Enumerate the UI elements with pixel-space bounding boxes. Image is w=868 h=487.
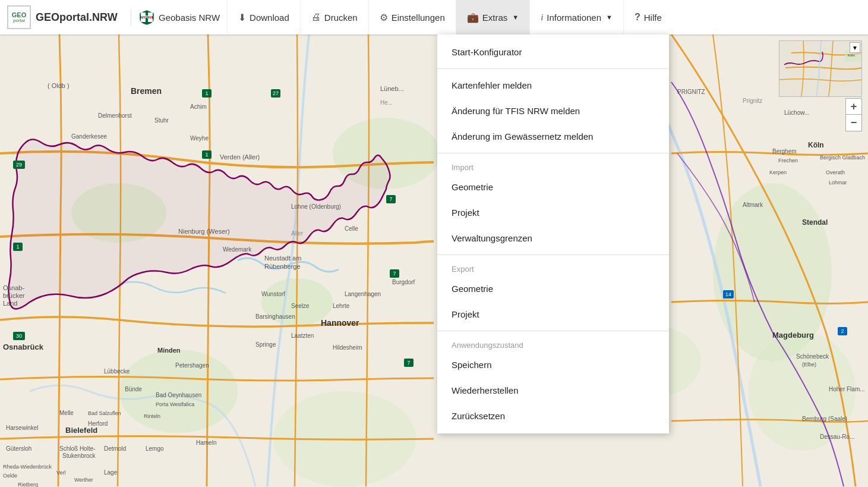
svg-text:Nienburg (Weser): Nienburg (Weser) [178,228,230,235]
menu-kartenfehler[interactable]: Kartenfehler melden [437,73,669,98]
svg-text:Stuhr: Stuhr [154,117,169,124]
svg-text:Land: Land [3,300,17,307]
logo-area: GEO portal GEOportal.NRW [0,5,131,29]
nav-extras-label: Extras [482,12,508,23]
logo-portal-text: portal [13,18,25,23]
main-nav: ⬇ Download 🖨 Drucken ⚙ Einstellungen 💼 E… [227,0,868,34]
svg-text:27: 27 [273,90,279,96]
svg-text:Hildesheim: Hildesheim [333,344,362,351]
svg-text:Bad Salzuflen: Bad Salzuflen [88,410,121,416]
svg-text:Wedemark: Wedemark [223,246,252,253]
svg-text:Barsinghausen: Barsinghausen [255,313,295,320]
svg-text:Harsewinkel: Harsewinkel [6,425,38,431]
nav-hilfe-label: Hilfe [644,12,662,23]
svg-text:Verl: Verl [56,470,66,476]
svg-text:Minden: Minden [157,347,181,354]
svg-text:Neustadt am: Neustadt am [264,255,301,262]
nav-drucken[interactable]: 🖨 Drucken [300,0,368,34]
settings-icon: ⚙ [380,12,388,23]
svg-text:7: 7 [393,271,396,277]
svg-text:1: 1 [16,244,19,250]
svg-text:He...: He... [380,99,393,106]
svg-text:Detmold: Detmold [104,445,126,452]
nav-hilfe[interactable]: ? Hilfe [623,0,673,34]
svg-text:Dessau-Ro...: Dessau-Ro... [820,433,854,440]
nav-einstellungen-label: Einstellungen [392,12,445,23]
menu-import-geometrie[interactable]: Geometrie [437,174,669,200]
menu-gewaessernetz[interactable]: Änderung im Gewässernetz melden [437,124,669,149]
svg-text:NRW: NRW [141,14,153,20]
svg-text:( Oldb ): ( Oldb ) [48,82,70,89]
menu-zuruecksetzen[interactable]: Zurücksetzen [437,403,669,429]
svg-text:Springe: Springe [255,341,276,348]
svg-text:Lemgo: Lemgo [146,445,164,452]
svg-text:Kerpen: Kerpen [769,169,787,175]
svg-text:Hameln: Hameln [196,439,216,446]
download-icon: ⬇ [238,12,246,23]
logo-box: GEO portal [7,5,31,29]
svg-text:Altmark: Altmark [743,202,763,208]
svg-text:Ganderkesee: Ganderkesee [71,133,107,140]
extras-dropdown-panel: Start-Konfigurator Kartenfehler melden Ä… [437,34,669,433]
menu-wiederherstellen[interactable]: Wiederherstellen [437,378,669,403]
svg-text:Porta Westfalica: Porta Westfalica [156,401,194,407]
svg-text:(Elbe): (Elbe) [802,362,816,367]
nav-download[interactable]: ⬇ Download [227,0,300,34]
svg-text:Delmenhorst: Delmenhorst [98,112,132,119]
svg-text:Rübenberge: Rübenberge [264,263,301,270]
briefcase-icon: 💼 [467,12,479,23]
svg-text:Lüneb...: Lüneb... [380,85,404,92]
svg-text:Frechen: Frechen [778,158,798,164]
svg-text:Hoher Flam...: Hoher Flam... [829,386,865,392]
svg-text:2: 2 [841,328,844,334]
menu-speichern[interactable]: Speichern [437,352,669,378]
zoom-controls: + − [845,98,862,131]
svg-text:Lüchow...: Lüchow... [784,109,809,116]
menu-start-konfigurator[interactable]: Start-Konfigurator [437,39,669,65]
svg-text:Schönebeck: Schönebeck [796,353,829,360]
svg-text:7: 7 [407,360,410,366]
menu-import-verwaltung[interactable]: Verwaltungsgrenzen [437,225,669,251]
menu-import-projekt[interactable]: Projekt [437,200,669,225]
nav-informationen-label: Informationen [547,12,601,23]
nav-einstellungen[interactable]: ⚙ Einstellungen [368,0,456,34]
svg-text:Herford: Herford [88,420,108,427]
svg-text:Schloß Holte-: Schloß Holte- [59,445,96,452]
svg-text:14: 14 [725,291,731,297]
svg-text:Bielefeld: Bielefeld [65,426,97,435]
svg-text:brücker: brücker [3,292,25,299]
map-svg: Bremen ( Oldb ) Delmenhorst Stuhr Achim … [0,34,868,487]
svg-text:1: 1 [205,152,208,158]
expand-icon: ▼ [852,45,858,51]
zoom-in-button[interactable]: + [845,98,862,115]
informationen-chevron-icon: ▼ [606,14,613,21]
svg-text:Bünde: Bünde [125,386,142,392]
zoom-out-button[interactable]: − [845,115,862,131]
svg-text:Achim: Achim [190,103,207,110]
logo-geo-text: GEO [12,12,26,18]
svg-text:Hannover: Hannover [321,318,359,328]
svg-text:Wunstorf: Wunstorf [261,291,285,297]
dropdown-separator-4 [437,331,669,331]
svg-text:7: 7 [389,196,392,202]
menu-export-projekt[interactable]: Projekt [437,301,669,327]
nav-informationen[interactable]: i Informationen ▼ [529,0,623,34]
svg-text:Rietberg: Rietberg [18,482,38,487]
menu-tfis-nrw[interactable]: Änderung für TFIS NRW melden [437,98,669,124]
svg-text:Petershagen: Petershagen [175,362,209,369]
svg-text:Bremen: Bremen [131,86,162,96]
minimap-expand-button[interactable]: ▼ [850,42,860,53]
map-area[interactable]: Bremen ( Oldb ) Delmenhorst Stuhr Achim … [0,34,868,487]
svg-text:PRIGNITZ: PRIGNITZ [677,89,705,95]
svg-text:Weyhe: Weyhe [190,135,209,142]
extras-chevron-icon: ▼ [512,14,519,21]
svg-text:Bernburg (Saale): Bernburg (Saale) [802,416,847,422]
nav-extras[interactable]: 💼 Extras ▼ [456,0,529,34]
svg-text:Magdeburg: Magdeburg [772,331,814,340]
minimap-thumbnail[interactable]: Köln ▼ [779,40,862,97]
svg-text:Osnab-: Osnab- [3,284,24,291]
svg-text:Oelde: Oelde [3,473,17,479]
svg-text:Rheda-Wiedenbrück: Rheda-Wiedenbrück [3,464,52,470]
svg-text:Lage: Lage [104,469,118,476]
menu-export-geometrie[interactable]: Geometrie [437,276,669,301]
